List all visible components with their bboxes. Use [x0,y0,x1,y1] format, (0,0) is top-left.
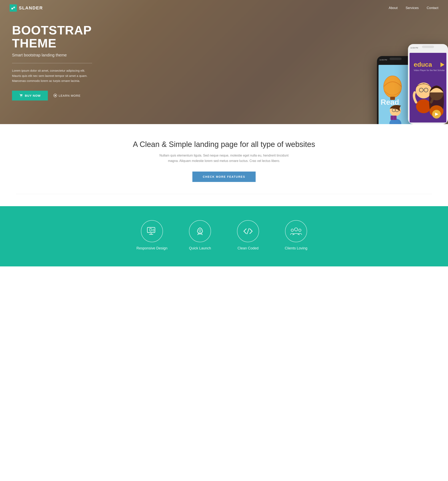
phone-notch-black [389,58,402,60]
hero-phones: 14:06 PM [377,44,448,124]
feature-quick-launch: Quick Launch [182,220,218,250]
features-section: Responsive Design Quick Launch [0,206,448,266]
clean-coded-icon-circle [237,220,259,242]
clean-simple-heading: A Clean & Simple landing page for all ty… [8,140,440,149]
svg-text:Read: Read [380,98,399,106]
logo[interactable]: SLANDER [10,4,43,12]
svg-point-42 [291,229,293,231]
svg-rect-38 [153,229,154,231]
nav-contact[interactable]: Contact [427,6,438,10]
clean-simple-body: Nullam quis elementum ligula. Sed neque … [154,153,294,164]
responsive-label: Responsive Design [136,246,167,250]
feature-responsive: Responsive Design [134,220,170,250]
check-features-button[interactable]: CHECK MORE FEATURES [192,172,256,182]
code-icon [243,227,253,235]
phone-notch-white [422,46,434,48]
responsive-icon-circle [141,220,163,242]
svg-point-29 [416,99,431,113]
phone-time-black: 14:06 PM [379,59,387,61]
clean-coded-label: Clean Coded [237,246,258,250]
hero-section: BOOTSTRAP THEME Smart bootstrap landing … [0,0,448,124]
buy-now-button[interactable]: BUY NOW [12,91,48,100]
circle-icon [53,94,57,97]
svg-line-40 [247,228,249,234]
phone-time-white: 14:06 PM [410,47,418,49]
nav-services[interactable]: Services [406,6,418,10]
svg-text:Video Player for the Net Schol: Video Player for the Net Scholar [414,69,445,71]
features-grid: Responsive Design Quick Launch [124,220,324,250]
svg-point-3 [20,97,21,97]
monitor-icon [147,227,157,236]
people-icon [290,227,302,236]
logo-icon [10,4,17,12]
svg-point-41 [295,228,298,231]
hero-subtitle: Smart bootstrap landing theme [12,53,92,57]
quick-launch-label: Quick Launch [189,246,211,250]
phone-white: 14:06 PM educa Video Player for the Net … [408,44,448,124]
phone-screen-read: Read [379,65,412,124]
rocket-icon [195,226,205,236]
nav-links: About Services Contact [389,6,438,10]
clients-loving-icon-circle [285,220,307,242]
svg-point-39 [199,230,201,232]
phone-screen-educa: educa Video Player for the Net Scholar [410,53,446,122]
hero-title: BOOTSTRAP THEME [12,24,92,50]
svg-point-4 [22,97,22,97]
svg-point-6 [55,95,56,96]
svg-rect-37 [150,228,151,231]
clean-simple-section: A Clean & Simple landing page for all ty… [0,124,448,206]
svg-point-43 [299,229,301,231]
clients-loving-label: Clients Loving [285,246,307,250]
learn-more-button[interactable]: LEARN MORE [53,94,80,97]
svg-point-25 [416,83,432,98]
nav-about[interactable]: About [389,6,398,10]
feature-clean-coded: Clean Coded [230,220,266,250]
quick-launch-icon-circle [189,220,211,242]
feature-clients-loving: Clients Loving [278,220,314,250]
navbar: SLANDER About Services Contact [0,0,448,16]
logo-text: SLANDER [19,5,43,11]
hero-buttons: BUY NOW LEARN MORE [12,91,92,100]
svg-text:educa: educa [414,61,432,68]
hero-body-text: Lorem ipsum dolor sit amet, consectetur … [12,68,92,83]
cart-icon [19,94,23,97]
hero-content: BOOTSTRAP THEME Smart bootstrap landing … [0,24,104,100]
